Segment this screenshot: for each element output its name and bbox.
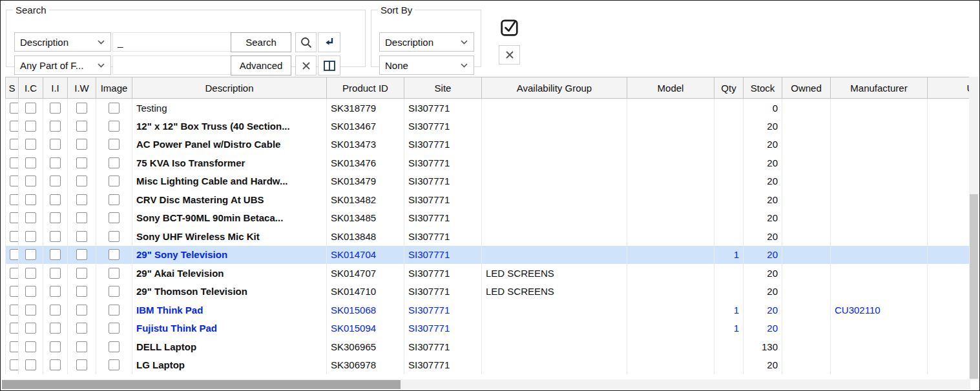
ii-checkbox[interactable] (50, 305, 61, 316)
column-header-product-id[interactable]: Product ID (327, 77, 404, 99)
search-button[interactable]: Search (231, 32, 291, 52)
search-field-select[interactable]: Description (14, 32, 111, 52)
image-checkbox[interactable] (109, 139, 120, 150)
search-input[interactable]: _ (112, 32, 234, 52)
column-header-u[interactable]: U (928, 77, 972, 99)
table-row[interactable]: LG LaptopSK306978SI30777120 (6, 356, 972, 375)
column-header-s[interactable]: S (6, 77, 19, 99)
ii-checkbox[interactable] (50, 194, 61, 205)
image-checkbox[interactable] (109, 305, 120, 316)
column-header-model[interactable]: Model (627, 77, 714, 99)
iw-checkbox[interactable] (76, 139, 87, 150)
table-row[interactable]: 12" x 12" Box Truss (40 Section...SK0134… (6, 117, 972, 135)
iw-checkbox[interactable] (76, 121, 87, 132)
table-row[interactable]: AC Power Panel w/Distro CableSK013473SI3… (6, 135, 972, 154)
iw-checkbox[interactable] (76, 268, 87, 279)
ic-checkbox[interactable] (25, 157, 36, 168)
ii-checkbox[interactable] (50, 268, 61, 279)
column-header-availability-group[interactable]: Availability Group (482, 77, 627, 99)
sort-secondary-select[interactable]: None (379, 55, 474, 75)
ic-checkbox[interactable] (25, 286, 36, 297)
ic-checkbox[interactable] (25, 359, 36, 370)
column-header-site[interactable]: Site (404, 77, 482, 99)
column-header-manufacturer[interactable]: Manufacturer (831, 77, 928, 99)
table-row[interactable]: TestingSK318779SI3077710 (6, 99, 972, 117)
return-arrow-button[interactable] (318, 32, 340, 52)
panel-toggle-button[interactable] (318, 55, 340, 75)
column-header-ii[interactable]: I.I (43, 77, 68, 99)
ii-checkbox[interactable] (50, 286, 61, 297)
ii-checkbox[interactable] (50, 249, 61, 260)
iw-checkbox[interactable] (76, 175, 87, 186)
ic-checkbox[interactable] (25, 121, 36, 132)
s-checkbox[interactable] (10, 175, 19, 186)
select-checked-button[interactable] (498, 16, 521, 38)
ic-checkbox[interactable] (25, 268, 36, 279)
image-checkbox[interactable] (109, 212, 120, 223)
table-row[interactable]: Sony BCT-90ML 90min Betaca...SK013485SI3… (6, 209, 972, 228)
image-checkbox[interactable] (109, 103, 120, 114)
iw-checkbox[interactable] (76, 305, 87, 316)
ic-checkbox[interactable] (25, 194, 36, 205)
s-checkbox[interactable] (10, 341, 19, 352)
ic-checkbox[interactable] (25, 212, 36, 223)
s-checkbox[interactable] (10, 359, 19, 370)
table-row[interactable]: 29" Thomson TelevisionSK014710SI307771LE… (6, 283, 972, 301)
vertical-scrollbar-thumb[interactable] (970, 194, 978, 379)
ii-checkbox[interactable] (50, 323, 61, 334)
s-checkbox[interactable] (10, 286, 19, 297)
column-header-iw[interactable]: I.W (68, 77, 96, 99)
s-checkbox[interactable] (10, 231, 19, 242)
clear-search-button[interactable] (295, 55, 317, 75)
iw-checkbox[interactable] (76, 359, 87, 370)
iw-checkbox[interactable] (76, 103, 87, 114)
ii-checkbox[interactable] (50, 121, 61, 132)
s-checkbox[interactable] (10, 194, 19, 205)
ii-checkbox[interactable] (50, 157, 61, 168)
vertical-scrollbar[interactable] (969, 77, 979, 380)
image-checkbox[interactable] (109, 231, 120, 242)
image-checkbox[interactable] (109, 194, 120, 205)
horizontal-scrollbar-thumb[interactable] (2, 380, 401, 389)
s-checkbox[interactable] (10, 121, 19, 132)
image-checkbox[interactable] (109, 323, 120, 334)
column-header-ic[interactable]: I.C (19, 77, 43, 99)
table-row[interactable]: IBM Think PadSK015068SI307771120CU302110 (6, 301, 972, 319)
ic-checkbox[interactable] (25, 175, 36, 186)
iw-checkbox[interactable] (76, 157, 87, 168)
column-header-stock[interactable]: Stock (744, 77, 782, 99)
iw-checkbox[interactable] (76, 249, 87, 260)
ii-checkbox[interactable] (50, 103, 61, 114)
ii-checkbox[interactable] (50, 341, 61, 352)
ic-checkbox[interactable] (25, 305, 36, 316)
table-row[interactable]: 29" Akai TelevisionSK014707SI307771LED S… (6, 264, 972, 283)
s-checkbox[interactable] (10, 157, 19, 168)
iw-checkbox[interactable] (76, 212, 87, 223)
horizontal-scrollbar[interactable] (1, 379, 970, 390)
clear-selection-button[interactable] (499, 45, 520, 65)
table-row[interactable]: Sony UHF Wireless Mic KitSK013848SI30777… (6, 227, 972, 246)
ic-checkbox[interactable] (25, 231, 36, 242)
table-row[interactable]: Fujistu Think PadSK015094SI307771120 (6, 319, 972, 338)
column-header-description[interactable]: Description (132, 77, 327, 99)
advanced-search-input[interactable] (112, 55, 234, 75)
image-checkbox[interactable] (109, 157, 120, 168)
magnifier-button[interactable] (295, 32, 317, 52)
advanced-button[interactable]: Advanced (231, 55, 291, 75)
iw-checkbox[interactable] (76, 231, 87, 242)
sort-primary-select[interactable]: Description (379, 32, 474, 52)
table-row[interactable]: 29" Sony TelevisionSK014704SI307771120 (6, 246, 972, 265)
table-row[interactable]: CRV Disc Mastering At UBSSK013482SI30777… (6, 190, 972, 209)
ic-checkbox[interactable] (25, 341, 36, 352)
ic-checkbox[interactable] (25, 323, 36, 334)
table-row[interactable]: 75 KVA Iso TransformerSK013476SI30777120 (6, 154, 972, 172)
iw-checkbox[interactable] (76, 286, 87, 297)
column-header-image[interactable]: Image (96, 77, 132, 99)
iw-checkbox[interactable] (76, 194, 87, 205)
column-header-qty[interactable]: Qty (714, 77, 744, 99)
iw-checkbox[interactable] (76, 341, 87, 352)
column-header-owned[interactable]: Owned (782, 77, 831, 99)
image-checkbox[interactable] (109, 121, 120, 132)
image-checkbox[interactable] (109, 359, 120, 370)
ii-checkbox[interactable] (50, 175, 61, 186)
